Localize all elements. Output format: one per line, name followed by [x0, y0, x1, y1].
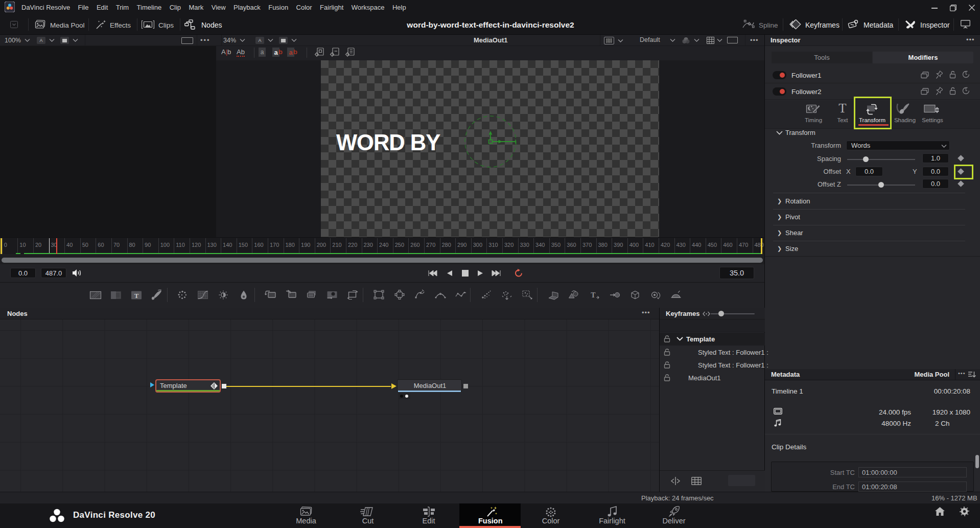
svg-text:T: T	[591, 291, 596, 299]
svg-text:T: T	[134, 292, 139, 300]
